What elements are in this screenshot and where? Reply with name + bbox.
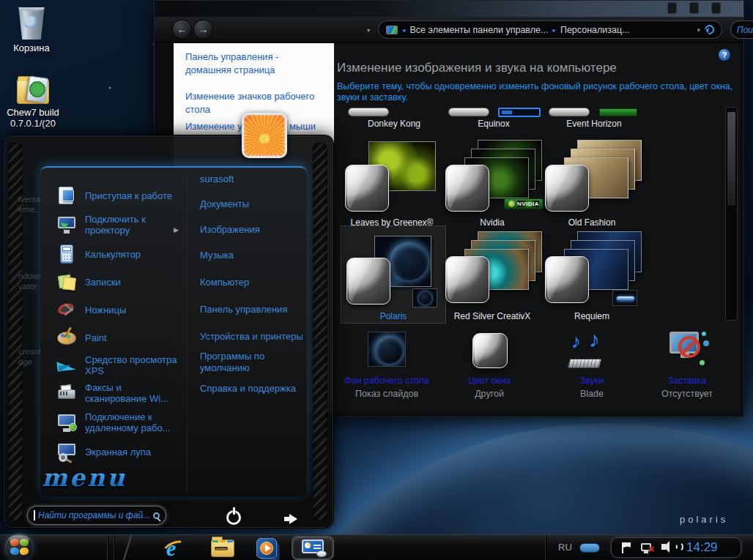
user-account-picture[interactable] [242,113,287,158]
screensaver-link[interactable]: Заставка [636,376,738,386]
breadcrumb-item[interactable]: Персонализац... [560,25,630,35]
refresh-icon[interactable] [702,23,716,36]
theme-label[interactable]: Red Silver CreativX [441,311,544,321]
theme-thumb-event-horizon[interactable] [549,108,590,116]
clock[interactable]: 14:29 [686,540,738,555]
desktop-icon-chew7-build[interactable]: Chew7 build 0.7.0.1/(20 [1,79,64,129]
desktop-icon-recycle-bin[interactable]: Корзина [0,7,63,53]
screensaver-icon [668,330,706,368]
theme-label[interactable]: Donkey Kong [343,119,445,129]
theme-label[interactable]: Equinox [442,119,545,129]
start-button[interactable] [5,534,33,560]
themes-scrollbar[interactable] [725,107,738,321]
sounds-link[interactable]: Звуки [541,376,643,386]
back-button[interactable]: ← [172,20,192,40]
theme-old-fashion[interactable]: Old Fashion [542,138,642,229]
window-color-value: Другой [438,389,541,399]
forward-button[interactable]: → [193,20,213,40]
menu-item-xps-viewer[interactable]: Средство просмотра XPS [56,351,188,380]
start-search-input[interactable] [38,510,150,520]
projector-icon [56,214,77,235]
action-center-flag-icon[interactable] [622,542,623,553]
event-horizon-badge-icon [599,108,637,116]
theme-label-selected[interactable]: Polaris [342,311,445,321]
close-button[interactable] [711,2,721,14]
sidebar-link-home[interactable]: Панель управления - домашняя страница [185,51,324,77]
theme-thumb-donkey-kong[interactable] [348,108,389,116]
help-icon[interactable]: ? [719,49,730,61]
desktop-screen: polaris Корзина Chew7 build 0.7.0.1/(20 … [0,0,753,560]
theme-label[interactable]: Requiem [541,311,643,321]
language-pill-button[interactable] [579,543,600,553]
control-panel-taskbar-button[interactable] [292,536,334,560]
taskbar-separator [114,535,114,560]
breadcrumb-item[interactable]: Все элементы панели управле... [410,25,549,35]
menu-item-documents[interactable]: Документы [200,198,304,210]
menu-item-connect-projector[interactable]: Подключить к проектору [56,210,188,239]
menu-item-getting-started[interactable]: Приступая к работе [56,181,188,210]
theme-label[interactable]: Event Horizon [543,119,645,129]
theme-polaris-selected[interactable]: Polaris [344,230,443,321]
menu-item-calculator[interactable]: Калькулятор [56,239,188,269]
language-indicator[interactable]: RU [558,542,572,553]
menu-item-sticky-notes[interactable]: Записки [56,267,188,296]
go-arrow-icon[interactable] [289,514,297,524]
minimize-button[interactable] [667,2,677,14]
glass-square-icon [445,165,489,212]
theme-label[interactable]: Nvidia [441,217,544,228]
menu-item-pictures[interactable]: Изображения [200,224,304,236]
glass-square-icon [346,258,390,305]
menu-item-magnifier[interactable]: Экранная лупа [56,437,188,466]
theme-red-silver-creativx[interactable]: Red Silver CreativX [442,230,542,321]
window-titlebar[interactable] [155,1,743,17]
glass-square-icon [545,165,589,212]
menu-item-fax-scan[interactable]: Факсы и сканирование Wi... [56,378,188,408]
recent-pages-caret-icon[interactable]: ▾ [367,27,370,34]
address-bar[interactable]: ◂ Все элементы панели управле... ▸ Персо… [378,20,722,39]
menu-item-control-panel[interactable]: Панель управления [200,304,304,316]
sticky-notes-icon [56,272,77,292]
power-button[interactable] [226,510,241,525]
theme-nvidia[interactable]: NVIDIA Nvidia [442,138,542,229]
menu-item-default-programs[interactable]: Программы по умолчанию [200,351,304,374]
nvidia-badge-text: NVIDIA [517,201,539,207]
desktop-background-link[interactable]: Фон рабочего стола [335,376,438,386]
sounds-value: Blade [541,389,643,399]
getting-started-icon [56,185,77,206]
menu-item-help-support[interactable]: Справка и поддержка [200,383,304,395]
control-panel-search[interactable] [730,20,753,39]
theme-label[interactable]: Old Fashion [541,217,643,228]
calculator-icon [56,244,77,264]
start-menu-search[interactable] [27,506,166,525]
breadcrumb-chevron-left-icon[interactable]: ◂ [402,26,406,34]
remote-desktop-icon [56,412,77,433]
explorer-folder-icon[interactable] [211,540,234,557]
menu-item-username[interactable]: surasoft [200,173,304,185]
search-input[interactable] [737,25,753,35]
menu-item-devices-printers[interactable]: Устройства и принтеры [200,331,304,343]
internet-explorer-icon[interactable]: e [164,537,186,559]
window-color-link[interactable]: Цвет окна [438,376,541,386]
desktop-icon-label: Chew7 build [1,107,64,118]
menu-item-music[interactable]: Музыка [200,250,304,261]
theme-leaves-by-greenex[interactable]: Leaves by Greenex® [342,138,442,229]
menu-item-snipping-tool[interactable]: Ножницы [56,295,188,324]
breadcrumb-chevron-right-icon[interactable]: ▸ [552,26,556,34]
volume-wave-icon [673,542,683,552]
maximize-button[interactable] [689,2,699,14]
page-subtitle: Выберите тему, чтобы одновременно измени… [337,81,736,103]
menu-item-paint[interactable]: Paint [56,323,188,352]
requiem-mini-thumb [612,290,637,306]
theme-requiem[interactable]: Requiem [542,230,642,321]
scrollbar-thumb[interactable] [727,111,736,206]
volume-icon[interactable] [661,544,666,550]
nvidia-badge: NVIDIA [504,198,544,209]
address-dropdown-caret-icon[interactable]: ▾ [697,26,700,34]
search-icon[interactable] [153,512,160,519]
theme-thumb-equinox[interactable] [448,108,489,116]
media-player-icon[interactable] [256,538,277,559]
start-menu-brand: menu [42,463,127,492]
menu-item-remote-desktop[interactable]: Подключение к удаленному рабо... [56,408,188,437]
control-panel-icon [386,26,398,34]
menu-item-computer[interactable]: Компьютер [200,277,304,288]
